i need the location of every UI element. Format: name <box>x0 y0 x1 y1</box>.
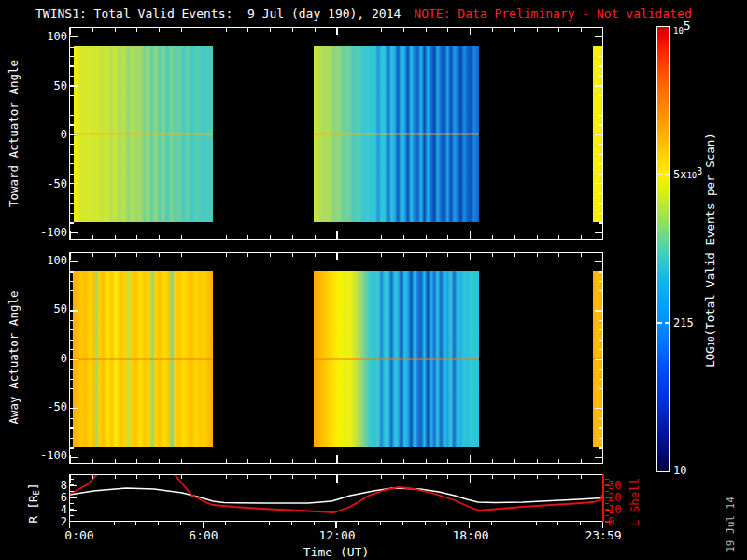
x-axis-title: Time (UT) <box>280 545 392 559</box>
six-hour-ticks <box>70 231 602 239</box>
colorbar-title-suffix: (Total Valid Events per Scan) <box>703 133 717 336</box>
away-ytick: 50 <box>35 302 67 315</box>
toward-ytick: 50 <box>35 79 67 92</box>
colorbar-threshold-line <box>657 322 669 324</box>
away-axis-label: Away Actuator Angle <box>7 291 21 425</box>
colorbar-title-log: LOG <box>703 346 717 368</box>
away-ytick: 0 <box>35 352 67 365</box>
l-shell-tick: 20 <box>608 491 632 504</box>
preliminary-note: NOTE: Data Preliminary - Not validated <box>414 7 691 21</box>
xtick-2359: 23:59 <box>575 528 631 542</box>
toward-ytick: 100 <box>35 30 67 43</box>
title-row: TWINS1: Total Valid Events: 9 Jul (day 1… <box>35 7 692 21</box>
toward-ytick: -100 <box>35 226 67 239</box>
r-axis-label-sub: E <box>32 490 41 495</box>
angle-major-ticks <box>595 261 602 458</box>
colorbar <box>656 26 670 472</box>
colorbar-tick-bottom: 10 <box>673 464 686 477</box>
r-axis-label-text: R [R <box>26 495 40 523</box>
colorbar-title: LOG10(Total Valid Events per Scan) <box>703 133 717 368</box>
toward-ytick: -50 <box>35 177 67 190</box>
angle-major-ticks <box>70 36 78 233</box>
colorbar-top-exponent: 5 <box>684 19 691 33</box>
orbit-panel <box>69 474 603 522</box>
colorbar-tick-mid: 215 <box>673 316 694 329</box>
bottom-six-hour-ticks <box>69 522 604 528</box>
r-tick: 4 <box>47 503 67 516</box>
colorbar-tick-upper: 5x103 <box>673 168 702 181</box>
r-tick: 6 <box>47 491 67 504</box>
spectrogram-segment <box>73 271 213 447</box>
colorbar-title-sub: 10 <box>707 336 716 346</box>
toward-ytick: 0 <box>35 128 67 141</box>
away-ytick: 100 <box>35 254 67 267</box>
six-hour-ticks <box>70 28 602 35</box>
away-ytick: -50 <box>35 400 67 413</box>
away-spectrogram-panel <box>69 252 603 464</box>
l-shell-tick: 0 <box>608 515 632 528</box>
colorbar-upper-base: 10 <box>686 171 697 180</box>
colorbar-threshold-line <box>657 174 669 175</box>
spectrogram-segment <box>74 46 213 222</box>
colorbar-upper-exponent: 3 <box>697 166 702 176</box>
toward-axis-label: Toward Actuator Angle <box>7 60 21 207</box>
toward-spectrogram-panel <box>69 27 603 240</box>
datestamp: 19 Jul 14 <box>725 497 737 553</box>
xtick-0000: 0:00 <box>51 528 107 542</box>
six-hour-ticks <box>70 475 602 483</box>
angle-major-ticks <box>70 261 78 458</box>
l-shell-tick: 10 <box>608 503 632 516</box>
r-tick: 8 <box>47 479 67 492</box>
xtick-0600: 6:00 <box>176 528 232 542</box>
angle-major-ticks <box>595 36 602 233</box>
page-title: TWINS1: Total Valid Events: 9 Jul (day 1… <box>35 7 401 21</box>
l-shell-tick: 30 <box>608 479 632 492</box>
spectrogram-segment <box>314 271 479 447</box>
xtick-1800: 18:00 <box>443 528 499 542</box>
six-hour-ticks <box>70 253 602 260</box>
l-shell-axis-line <box>602 474 604 522</box>
r-tick: 2 <box>47 515 67 528</box>
spectrogram-segment <box>314 46 479 222</box>
r-distance-curve <box>70 488 602 503</box>
r-major-ticks <box>70 485 77 522</box>
away-ytick: -100 <box>35 449 67 462</box>
r-axis-label: R [RE] <box>26 483 40 523</box>
colorbar-tick-top: 105 <box>673 22 691 36</box>
colorbar-upper-coeff: 5x <box>673 168 686 181</box>
colorbar-top-base: 10 <box>673 26 684 35</box>
six-hour-ticks <box>70 455 602 463</box>
xtick-1200: 12:00 <box>309 528 365 542</box>
twins1-plot-window: TWINS1: Total Valid Events: 9 Jul (day 1… <box>0 0 747 560</box>
